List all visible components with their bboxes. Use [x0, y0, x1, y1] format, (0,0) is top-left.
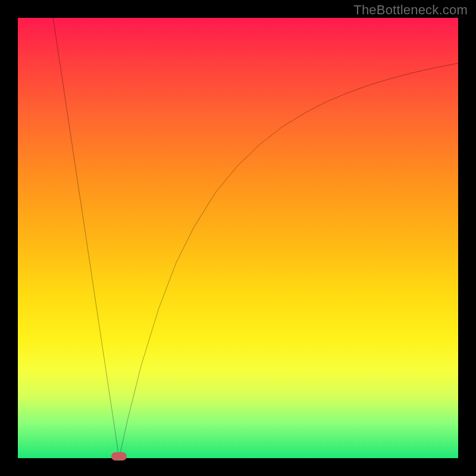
watermark-text: TheBottleneck.com [353, 2, 468, 18]
chart-frame: TheBottleneck.com [0, 0, 476, 476]
optimal-point-marker [111, 452, 127, 461]
bottleneck-curve [53, 18, 458, 458]
curve-svg [18, 18, 458, 458]
plot-area [18, 18, 458, 458]
